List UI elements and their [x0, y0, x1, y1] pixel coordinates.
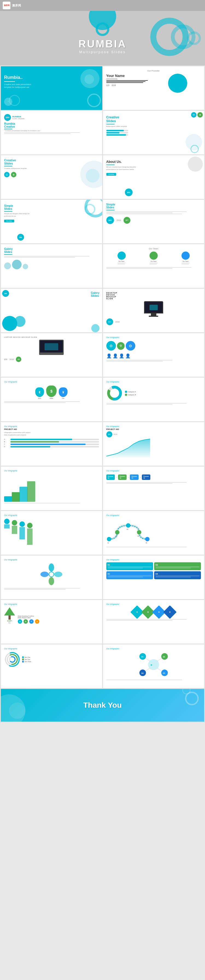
petal-left [40, 571, 49, 577]
slide23-flower [40, 563, 62, 585]
person1: 👤 [106, 353, 112, 358]
slide-5: Creative Slides Creative multipurpose te… [1, 155, 102, 199]
slide4-icons: ✉ ★ [191, 112, 203, 118]
ring-legend-3: Item Three [22, 661, 31, 662]
slide14-gears: ⚙ ⚙ ⚙ [106, 341, 201, 351]
slide18-tag: PROJECT AID [106, 428, 201, 430]
slide3-price-circle: $99 [4, 114, 11, 121]
bubble4: 04 [154, 571, 201, 579]
sc2 [12, 520, 17, 534]
bag-usd-label: Dollar [46, 398, 56, 399]
sc3-dot [19, 521, 25, 527]
slide27-legend: Item One Item Two Item Three [22, 656, 31, 662]
slide-24: Our Infographic 01 02 03 04 [103, 555, 205, 599]
slide-7: Simple Slides Simple and elegant slide d… [1, 200, 102, 243]
slide-16: Our Infographic Category A Category B [103, 378, 205, 421]
slide14-section: Our Infographic [106, 336, 201, 338]
slide22-lines [106, 547, 201, 547]
circular-arrows: 01 02 03 04 ★ [137, 651, 170, 678]
svg-text:★: ★ [151, 664, 152, 666]
petal-right [54, 571, 62, 577]
slide11-price: $99 [2, 290, 9, 297]
slide12-monitor [144, 301, 163, 317]
slide11-circle3 [91, 324, 99, 332]
tree-num1: 110+ [4, 620, 15, 622]
slide2-section: Our Founder [106, 70, 201, 72]
slide6-title: About Us. [106, 160, 201, 164]
slide6-ul [106, 164, 115, 165]
winding-path-chart: 01 02 03 04 05 [106, 517, 150, 544]
slide19-stairs [4, 474, 99, 502]
slide2-lines [106, 80, 152, 83]
sc4-bar [27, 528, 32, 545]
slide5-circle2 [86, 169, 99, 183]
svg-point-4 [115, 530, 119, 535]
svg-text:04: 04 [138, 535, 139, 537]
slide26-lines [106, 619, 201, 621]
slide1-price: " [4, 98, 12, 106]
slide4-desc: Multipurpose slides template [106, 125, 201, 128]
slide7-desc: Simple and elegant slide design for prof… [4, 213, 37, 218]
slide18-year: 2018 [114, 434, 117, 435]
slide-3: $99 RUMBIA SLIDES - MODERN Rumbia Creati… [1, 111, 102, 154]
svg-point-5 [126, 523, 130, 528]
thank-you-slide: Thank You [1, 689, 204, 722]
flower-center [49, 571, 54, 577]
slide-11: $99 Galery Slides [1, 289, 102, 332]
slide25-tree: 110+ 80+ [4, 607, 15, 624]
sc4 [27, 523, 32, 545]
slide25-desc: Data Growing ConfirmDaily Report Here [18, 615, 99, 619]
slide8-year: 2018 [117, 220, 121, 221]
slide7-btn[interactable]: Rumbia [4, 220, 14, 222]
slide21-section: Our Infographic [4, 514, 99, 516]
slide7-ul [4, 211, 12, 212]
slide2-left: Your Name 123 2018 [106, 74, 152, 93]
slide16-donut [106, 385, 123, 401]
slide6-price: $99 [125, 189, 133, 196]
c3 [23, 264, 28, 269]
bubble4-num: 04 [155, 573, 200, 575]
sc1-bar [4, 524, 10, 528]
team-name2: Our Team [149, 261, 158, 262]
stair2 [12, 492, 20, 502]
sc4-dot [27, 523, 32, 528]
svg-text:01: 01 [107, 542, 109, 544]
slide1-circle3 [87, 94, 101, 107]
slide18-pricetags: $99 2018 [106, 431, 201, 438]
team-member-3: Our Team [181, 251, 190, 265]
slide17-bar1: A [4, 438, 99, 440]
slide1-desc: Creative and clean presentation template… [4, 83, 37, 89]
slide2-name: Your Name [106, 74, 152, 78]
ring-leg-label3: Item Three [25, 661, 31, 662]
arrow2: → [127, 474, 129, 480]
slide11-circle2 [14, 316, 26, 327]
slide9-title: Galery [4, 247, 99, 250]
sc1-dot [4, 519, 10, 524]
slide28-circular: 01 02 03 04 ★ [137, 651, 170, 678]
slide5-ul [4, 166, 12, 166]
slide4-title: Creative [106, 115, 201, 119]
slide-4: ✉ ★ Creative Slides Multipurpose slides … [103, 111, 205, 154]
slide12-price: $99 [106, 318, 113, 325]
slide20-section: Our Infographic [106, 470, 201, 472]
slide15-bags: € Euro $ Dollar ¥ Yen [4, 385, 99, 399]
slide-12: DesktopDeviceMockupSlide $99 2018 [103, 289, 205, 332]
slide17-bar4: D [4, 446, 99, 447]
slide9-subtitle: Slides [4, 250, 99, 253]
bar-row-3 [106, 134, 128, 135]
bubble3: 03 [106, 571, 153, 579]
slide1-circle2 [85, 75, 94, 84]
slide8-bottom: $99 2018 $77 [106, 216, 201, 224]
slide6-btn[interactable]: Rumbia [106, 173, 117, 176]
sc3-bar [19, 527, 25, 539]
slide7-price: $88 [17, 234, 24, 241]
rings-chart [4, 651, 21, 668]
slide8-subtitle: Slides [106, 206, 201, 209]
monitor-base [149, 316, 158, 317]
slide4-icon1: ✉ [191, 112, 197, 118]
slide2-circle [168, 74, 187, 93]
bag-usd: $ Dollar [46, 385, 56, 399]
slide25-icons: ◎ ⊕ ✦ ♦ [18, 619, 99, 624]
slide-15: Our Infographic € Euro $ Dollar ¥ Yen [1, 378, 102, 421]
slide28-section: Our Infographic [106, 648, 201, 650]
